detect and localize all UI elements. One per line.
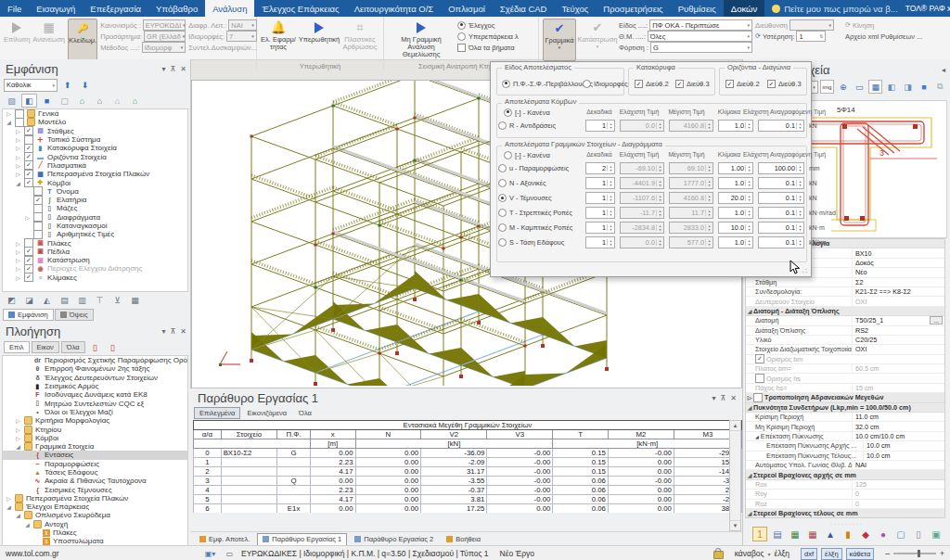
color-wheel-icon[interactable]: ● <box>946 527 950 541</box>
view-cube1-icon[interactable]: ◧ <box>884 80 898 94</box>
zoom-sel-icon[interactable]: ◪ <box>21 293 37 307</box>
navigation-tree-item[interactable]: ▷Κριτήρια Μορφολογίας <box>3 416 187 425</box>
window-select-icon[interactable]: ▣▾ <box>202 547 218 560</box>
expand-arrow-icon[interactable]: ▷ <box>6 495 12 502</box>
image-icon[interactable]: ▣ <box>929 527 944 541</box>
table-row[interactable]: 6E1x0.000.0017.250.000.060.0038.90 <box>194 504 742 514</box>
chart-bar-icon[interactable]: ▮ <box>841 527 855 541</box>
close-icon[interactable]: ✕ <box>730 394 737 402</box>
view-shaded-icon[interactable]: ■ <box>39 94 55 108</box>
navigation-tree-item[interactable]: ▯Μητρώο Συντελεστών CQC εξ <box>3 399 187 407</box>
navigation-tree-item[interactable]: ◢Οπλισμένο Σκυρόδεμα <box>3 511 187 519</box>
pin-icon[interactable]: ⊼ <box>720 394 725 402</box>
layers-icon[interactable]: ▤ <box>770 527 785 541</box>
nav-filter-Εικον[interactable]: Εικον <box>32 341 59 353</box>
tree-checkbox[interactable]: ✓ <box>24 273 33 282</box>
layer-1-icon[interactable]: 1 <box>752 527 767 541</box>
radio-icon[interactable] <box>498 179 507 187</box>
expand-arrow-icon[interactable]: ▷ <box>15 265 21 272</box>
prop-row[interactable]: Αυτόματος Υπολ. Γωνίας Θλιβ. Διαγ.ΝΑΙ <box>746 461 944 470</box>
collapse-arrow-icon[interactable]: ◢ <box>24 521 31 528</box>
scale-spinner[interactable]: 1.00▴▾ <box>718 162 753 174</box>
navigation-tree-item[interactable]: ▷Πεπερασμένα Στοιχεία Πλακών <box>3 494 187 503</box>
expand-arrow-icon[interactable]: ▷ <box>24 214 31 221</box>
minshow-spinner[interactable]: 0.1▴▾ <box>758 222 804 234</box>
display-tree-item[interactable]: ▯Καταναγκασμοί <box>3 222 187 230</box>
field-combo-[interactable]: ΠΦ ΟΚΑ - Περιπτώσε▾ <box>649 19 752 31</box>
minshow-spinner[interactable]: 0.1▴▾ <box>758 236 804 248</box>
prop-row[interactable]: ΣτάθμηΣ2 <box>746 278 944 287</box>
zoom-in-icon[interactable]: + <box>940 549 944 558</box>
tab-Εισαγωγή[interactable]: Εισαγωγή <box>29 0 83 17</box>
panel-menu-icon[interactable]: ▾ <box>712 394 715 402</box>
prop-row[interactable]: Μη Κρίσιμη Περιοχή32.0 cm <box>746 422 944 431</box>
navigation-tree-item[interactable]: ~Παραμορφώσεις <box>3 460 187 468</box>
prop-section-header[interactable]: ▷Τροποποίηση Αδρανειακών Μεγεθών <box>746 393 944 402</box>
prop-row[interactable]: ΔιατομήΤ50/25_1... <box>746 316 944 325</box>
minshow-spinner[interactable]: 100.00▴▾ <box>758 162 804 174</box>
xml-sett ings-label[interactable]: Αρχείο xml Ρυθμίσεων ... <box>845 32 922 41</box>
table-row[interactable]: 3Q0.000.00-3.55-0.000.06-0.00-3.30 <box>194 477 742 486</box>
view-cube2-icon[interactable]: ◨ <box>901 80 915 94</box>
field-combo-[interactable]: GR (Ελλάδ▾ <box>144 31 186 42</box>
nav-filter-Όλα[interactable]: Όλα <box>61 341 85 353</box>
prop-section-header[interactable]: ◢Στερεοί Βραχίονες τέλους σε mm <box>746 509 944 518</box>
prop-checkbox[interactable] <box>755 374 764 383</box>
display-tree-item[interactable]: ▷✓▦Πεπερασμένα Στοιχεία Πλακών <box>3 170 187 178</box>
table-row[interactable]: 42.230.00-0.37-0.000.060.002.13 <box>194 486 742 495</box>
navigation-tree-item[interactable]: ▷Κτηρίου <box>3 425 187 433</box>
scroll-down-icon[interactable]: ▼ <box>730 520 740 530</box>
panel-menu-icon[interactable]: ▾ <box>161 327 165 336</box>
minshow-spinner[interactable]: 0.1▴▾ <box>758 192 804 204</box>
field-combo-[interactable]: Ιδιομορφ▾ <box>142 42 186 53</box>
prop-row[interactable]: Πάχος hs=15 cm <box>746 384 944 393</box>
zoom-slider[interactable] <box>893 553 936 554</box>
field-combo-[interactable]: ΝΑΙ▾ <box>228 19 257 31</box>
view-wire-icon[interactable]: ▢ <box>57 94 72 108</box>
select-icon[interactable]: ◩ <box>4 293 19 307</box>
radio-icon[interactable] <box>498 223 507 232</box>
expand-arrow-icon[interactable]: ▷ <box>15 240 21 247</box>
tab-Σχέδια CAD[interactable]: Σχέδια CAD <box>493 0 555 17</box>
prop-checkbox[interactable]: ✓ <box>755 354 764 363</box>
minshow-spinner[interactable]: 0.1▴▾ <box>758 207 804 219</box>
view-cube-icon[interactable]: ▧ <box>4 94 19 108</box>
pushover-button[interactable]: Υπερωθητική <box>299 19 340 61</box>
toggle-dxf[interactable]: dxf <box>801 548 817 560</box>
report-1-icon[interactable]: ▯ <box>87 340 103 354</box>
arrow-down-icon[interactable]: ⬇ <box>77 78 93 92</box>
tab-Ρυθμίσεις[interactable]: Ρυθμίσεις <box>671 0 724 17</box>
chart-line-icon[interactable]: ▲ <box>823 527 838 541</box>
display-tree-item[interactable]: ▷▣Πλάκες <box>3 238 187 247</box>
navigation-tree-item[interactable]: ▮Σεισμικός Αρμός <box>3 382 187 390</box>
prop-row[interactable]: Στοιχείο Διαζωματικής ΤοιχοποιίαςΟΧΙ <box>746 345 944 354</box>
display-tree-item[interactable]: ▷✓╱Πλασματικά <box>3 161 187 170</box>
navigation-tree-item[interactable]: FΙσοδύναμες Δυνάμεις κατά ΕΚ8 <box>3 390 187 399</box>
brush-icon[interactable]: ◆ <box>858 527 873 541</box>
tab-Τεύχος[interactable]: Τεύχος <box>554 0 596 17</box>
copy-icon[interactable]: ⧉ <box>933 80 947 94</box>
radio-none[interactable]: [-] - Κανένα <box>504 150 550 159</box>
collapse-arrow-icon[interactable]: ◢ <box>15 512 21 518</box>
prop-row[interactable]: ΥλικόC20/25 <box>746 336 944 345</box>
display-tree-item[interactable]: ▷✓▮Κατακόρυφα Στοιχεία <box>3 144 187 152</box>
panel-tab-Εμφάνιση[interactable]: Εμφάνιση <box>3 309 54 321</box>
scroll-up-icon[interactable]: ▲ <box>730 421 740 431</box>
zoom-extents-icon[interactable]: ⊕ <box>836 80 850 94</box>
table-row[interactable]: 54.170.003.81-0.000.060.00-2.14 <box>194 495 742 504</box>
check-dir3-vert[interactable]: Διεύθ.3 <box>675 79 710 88</box>
dec-spinner[interactable]: 1▴▾ <box>585 177 615 189</box>
check-dir2-horiz[interactable]: Διεύθ.2 <box>725 79 760 88</box>
scale-spinner[interactable]: 10.0▴▾ <box>718 222 753 234</box>
display-tree-item[interactable]: ▷Γενικά <box>3 109 187 118</box>
navigation-tree-item[interactable]: {Εντάσεις <box>3 451 187 459</box>
collapse-arrow-icon[interactable]: ◢ <box>15 443 21 450</box>
palette-icon[interactable]: ● <box>876 527 891 541</box>
measure-icon[interactable]: ⊻ <box>109 293 125 307</box>
expand-arrow-icon[interactable]: ▷ <box>6 110 12 117</box>
collapse-arrow-icon[interactable]: ◂ <box>942 66 945 74</box>
lock-button[interactable]: 🔑 Κλείδωμ. <box>68 19 97 61</box>
prop-row[interactable]: Συνδεσμολογία:Κ21-Σ2 ==> Κ8-Σ2 <box>746 287 944 297</box>
display-scope-combo[interactable]: Καθολικ▾ <box>4 79 58 92</box>
pin-icon[interactable]: ⊼ <box>170 65 175 73</box>
